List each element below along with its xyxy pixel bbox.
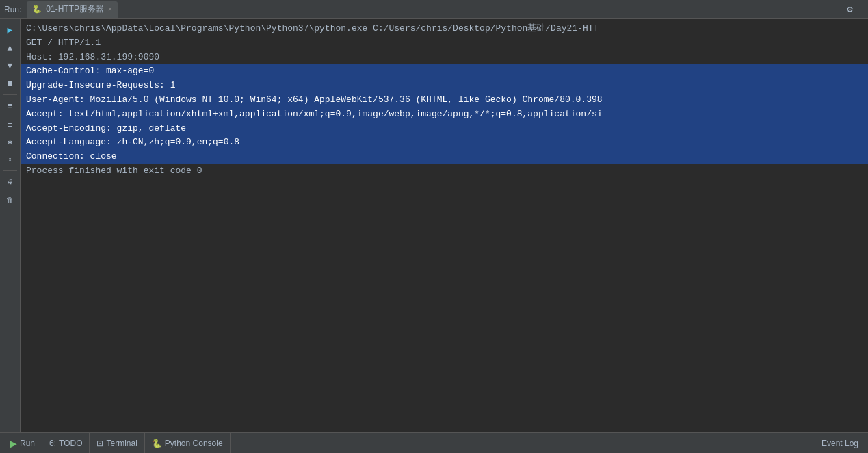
status-terminal-label: Terminal <box>106 439 137 448</box>
status-bar: ▶ Run 6: TODO ⊡ Terminal 🐍 Python Consol… <box>0 432 868 453</box>
status-run[interactable]: ▶ Run <box>3 433 42 454</box>
menu-button-1[interactable]: ≡ <box>2 98 18 114</box>
stop-button[interactable]: ■ <box>2 75 18 92</box>
tab-python-icon: 🐍 <box>32 5 42 14</box>
todo-icon: 6: <box>49 439 56 448</box>
run-tab[interactable]: 🐍 01-HTTP服务器 × <box>27 1 118 18</box>
console-line: Connection: close <box>21 150 868 164</box>
separator-2 <box>3 170 17 171</box>
status-todo[interactable]: 6: TODO <box>42 433 90 454</box>
pin-button[interactable]: ✱ <box>2 133 18 150</box>
scroll-down-button[interactable]: ▼ <box>2 57 18 74</box>
run-button[interactable]: ▶ <box>2 22 18 38</box>
console-line: Host: 192.168.31.199:9090 <box>21 51 868 65</box>
left-toolbar: ▶ ▲ ▼ ■ ≡ ≣ ✱ ⬍ 🖨 🗑 <box>0 19 21 432</box>
scroll-up-button[interactable]: ▲ <box>2 40 18 56</box>
console-line: Cache-Control: max-age=0 <box>21 64 868 79</box>
trash-button[interactable]: 🗑 <box>2 192 18 208</box>
tab-name: 01-HTTP服务器 <box>46 3 104 15</box>
console-line: Accept-Language: zh-CN,zh;q=0.9,en;q=0.8 <box>21 135 868 150</box>
console-line: Accept-Encoding: gzip, deflate <box>21 122 868 136</box>
minimize-icon[interactable]: — <box>858 4 864 15</box>
status-right: Event Log <box>815 433 865 454</box>
console-line: Process finished with exit code 0 <box>21 164 868 179</box>
status-python-label: Python Console <box>165 439 223 448</box>
main-area: ▶ ▲ ▼ ■ ≡ ≣ ✱ ⬍ 🖨 🗑 C:\Users\chris\AppDa… <box>0 19 868 432</box>
console-line: Upgrade-Insecure-Requests: 1 <box>21 79 868 93</box>
event-log-label: Event Log <box>821 439 858 448</box>
console-line: C:\Users\chris\AppData\Local\Programs\Py… <box>21 22 868 36</box>
status-todo-label: TODO <box>59 439 82 448</box>
settings-icon[interactable]: ⚙ <box>847 3 852 15</box>
status-python-console[interactable]: 🐍 Python Console <box>145 433 231 454</box>
run-triangle-icon: ▶ <box>10 438 17 449</box>
console-output[interactable]: C:\Users\chris\AppData\Local\Programs\Py… <box>21 19 868 432</box>
console-line: User-Agent: Mozilla/5.0 (Windows NT 10.0… <box>21 93 868 107</box>
event-log-button[interactable]: Event Log <box>815 433 865 454</box>
console-line: Accept: text/html,application/xhtml+xml,… <box>21 107 868 122</box>
status-run-label: Run <box>20 439 35 448</box>
console-line: GET / HTTP/1.1 <box>21 36 868 51</box>
print-button[interactable]: 🖨 <box>2 174 18 190</box>
tab-right: ⚙ — <box>847 3 864 15</box>
tab-bar: Run: 🐍 01-HTTP服务器 × ⚙ — <box>0 0 868 19</box>
status-left: ▶ Run 6: TODO ⊡ Terminal 🐍 Python Consol… <box>3 433 231 454</box>
filter-button[interactable]: ⬍ <box>2 151 18 168</box>
status-terminal[interactable]: ⊡ Terminal <box>90 433 144 454</box>
run-label: Run: <box>4 5 21 14</box>
menu-button-2[interactable]: ≣ <box>2 116 18 132</box>
tab-left: Run: 🐍 01-HTTP服务器 × <box>4 1 118 18</box>
terminal-icon: ⊡ <box>96 439 103 448</box>
separator-1 <box>3 94 17 95</box>
python-console-icon: 🐍 <box>152 439 162 448</box>
tab-close-icon[interactable]: × <box>108 5 112 13</box>
